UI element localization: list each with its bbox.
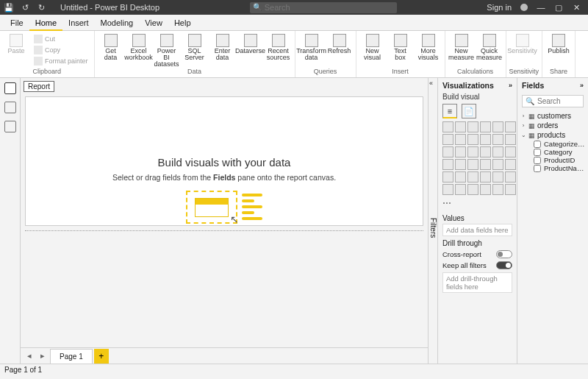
ribbon-item[interactable]: Sensitivity: [509, 32, 536, 54]
field-checkbox[interactable]: [534, 149, 541, 156]
field-item[interactable]: Category: [520, 148, 585, 156]
viz-type-icon[interactable]: [467, 134, 478, 145]
viz-type-icon[interactable]: [442, 171, 453, 183]
user-avatar-icon[interactable]: [520, 4, 528, 11]
ribbon-item[interactable]: Publish: [545, 32, 572, 54]
tab-insert[interactable]: Insert: [62, 15, 95, 31]
ribbon-item[interactable]: SQL Server: [182, 32, 208, 61]
ribbon-item[interactable]: Enter data: [209, 32, 236, 61]
global-search-input[interactable]: [250, 2, 397, 13]
keep-filters-toggle[interactable]: [496, 261, 512, 269]
ribbon-item[interactable]: Recent sources: [265, 32, 292, 61]
report-canvas[interactable]: Build visuals with your data Select or d…: [25, 96, 423, 226]
viz-type-icon[interactable]: [505, 146, 516, 157]
save-icon[interactable]: 💾: [4, 3, 13, 12]
viz-type-icon[interactable]: [467, 184, 478, 195]
filters-panel-collapsed[interactable]: « Filters: [428, 78, 438, 364]
fields-search-input[interactable]: [537, 97, 580, 105]
ribbon-item[interactable]: Refresh: [326, 32, 353, 54]
ribbon-item[interactable]: Power BI datasets: [154, 32, 180, 68]
field-item[interactable]: ProductName: [520, 164, 585, 172]
viz-type-icon[interactable]: [455, 159, 466, 170]
ribbon-item[interactable]: New visual: [359, 32, 386, 61]
viz-type-icon[interactable]: [442, 121, 453, 132]
drill-drop-area[interactable]: Add drill-through fields here: [442, 272, 512, 293]
sign-in-link[interactable]: Sign in: [487, 3, 512, 12]
viz-type-icon[interactable]: [492, 171, 503, 183]
tab-help[interactable]: Help: [168, 15, 197, 31]
viz-type-icon[interactable]: [492, 184, 503, 195]
field-item[interactable]: ProductID: [520, 156, 585, 164]
viz-type-icon[interactable]: [455, 134, 466, 145]
viz-type-icon[interactable]: [492, 134, 503, 145]
viz-type-icon[interactable]: [467, 159, 478, 170]
copy-button[interactable]: Copy: [32, 45, 90, 55]
ribbon-item[interactable]: Get data: [98, 32, 124, 61]
viz-type-icon[interactable]: [467, 146, 478, 157]
viz-type-icon[interactable]: [455, 146, 466, 157]
field-checkbox[interactable]: [534, 157, 541, 164]
build-visual-tab[interactable]: ≡: [442, 104, 457, 118]
viz-type-icon[interactable]: [480, 159, 491, 170]
viz-type-icon[interactable]: [455, 184, 466, 195]
tab-view[interactable]: View: [139, 15, 168, 31]
viz-type-icon[interactable]: [467, 171, 478, 183]
viz-type-icon[interactable]: [467, 121, 478, 132]
ribbon-item[interactable]: More visuals: [415, 32, 442, 61]
page-prev-icon[interactable]: ◂: [24, 351, 35, 361]
table-node[interactable]: ›▦orders: [520, 121, 585, 130]
field-checkbox[interactable]: [534, 141, 541, 148]
viz-type-icon[interactable]: [442, 159, 453, 170]
viz-type-icon[interactable]: [505, 134, 516, 145]
viz-type-icon[interactable]: [480, 121, 491, 132]
viz-type-icon[interactable]: [492, 146, 503, 157]
ribbon-item[interactable]: Quick measure: [476, 32, 503, 61]
chevron-right-icon[interactable]: »: [509, 82, 512, 89]
viz-type-icon[interactable]: [442, 134, 453, 145]
viz-type-icon[interactable]: [455, 121, 466, 132]
minimize-icon[interactable]: —: [537, 3, 545, 12]
tab-home[interactable]: Home: [29, 15, 62, 31]
viz-type-icon[interactable]: [480, 171, 491, 183]
redo-icon[interactable]: ↻: [37, 3, 46, 12]
viz-type-icon[interactable]: [480, 134, 491, 145]
viz-type-icon[interactable]: [505, 184, 516, 195]
page-tab-1[interactable]: Page 1: [50, 349, 93, 364]
ribbon-item[interactable]: Excel workbook: [126, 32, 152, 61]
fields-search[interactable]: 🔍: [522, 95, 584, 107]
page-next-icon[interactable]: ▸: [37, 351, 49, 361]
ribbon-item[interactable]: Transform data: [298, 32, 325, 61]
model-view-icon[interactable]: [4, 121, 16, 132]
format-visual-tab[interactable]: 📄: [462, 104, 476, 118]
report-view-icon[interactable]: [4, 82, 16, 94]
viz-type-icon[interactable]: [442, 146, 453, 157]
add-page-button[interactable]: +: [94, 349, 109, 364]
field-checkbox[interactable]: [534, 165, 541, 172]
viz-type-icon[interactable]: [505, 121, 516, 132]
ribbon-item[interactable]: Text box: [387, 32, 414, 61]
format-painter-button[interactable]: Format painter: [32, 56, 90, 66]
viz-type-icon[interactable]: [480, 184, 491, 195]
values-drop-area[interactable]: Add data fields here: [442, 224, 512, 236]
ribbon-item[interactable]: Dataverse: [237, 32, 264, 54]
viz-type-icon[interactable]: [492, 121, 503, 132]
close-icon[interactable]: ✕: [572, 3, 581, 12]
viz-type-icon[interactable]: [492, 159, 503, 170]
chevron-right-icon[interactable]: »: [580, 82, 584, 89]
viz-type-icon[interactable]: [505, 159, 516, 170]
data-view-icon[interactable]: [4, 102, 16, 113]
table-node[interactable]: ›▦customers: [520, 111, 585, 121]
viz-type-icon[interactable]: [455, 171, 466, 183]
table-node[interactable]: ⌄▦products: [520, 130, 585, 140]
tab-file[interactable]: File: [4, 15, 29, 31]
tab-modeling[interactable]: Modeling: [95, 15, 140, 31]
cross-report-toggle[interactable]: [496, 250, 512, 258]
more-viz-icon[interactable]: ⋯: [438, 195, 517, 211]
viz-type-icon[interactable]: [442, 184, 453, 195]
cut-button[interactable]: Cut: [32, 34, 90, 44]
viz-type-icon[interactable]: [480, 146, 491, 157]
paste-button[interactable]: Paste: [3, 32, 29, 54]
ribbon-item[interactable]: New measure: [448, 32, 475, 61]
viz-type-icon[interactable]: [505, 171, 516, 183]
maximize-icon[interactable]: ▢: [554, 3, 563, 12]
